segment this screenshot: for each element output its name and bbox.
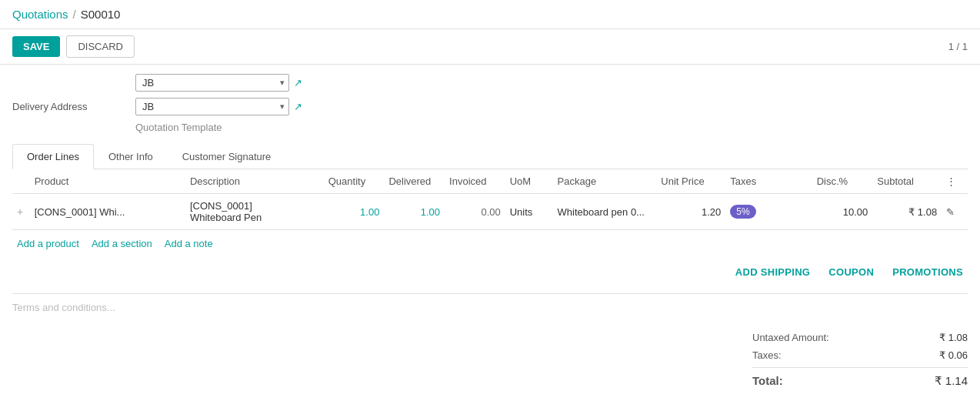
row-handle[interactable]: +	[12, 194, 30, 230]
pagination: 1 / 1	[948, 41, 968, 52]
breadcrumb-separator: /	[73, 8, 76, 21]
row-uom: Units	[505, 194, 553, 230]
row-taxes[interactable]: 5%	[725, 194, 812, 230]
untaxed-label: Untaxed Amount:	[752, 332, 829, 343]
row-description[interactable]: [CONS_0001] Whiteboard Pen	[185, 194, 324, 230]
add-note-link[interactable]: Add a note	[165, 238, 213, 249]
tab-other-info[interactable]: Other Info	[94, 144, 168, 169]
untaxed-value: ₹ 1.08	[939, 332, 968, 343]
drag-handle-icon: +	[17, 206, 23, 218]
th-quantity: Quantity	[324, 169, 385, 194]
delivery-address-label: Delivery Address	[12, 101, 135, 112]
order-lines-table: Product Description Quantity Delivered I…	[12, 169, 968, 230]
unit-price-value: 1.20	[702, 206, 721, 218]
row-unit-price[interactable]: 1.20	[656, 194, 725, 230]
th-disc: Disc.%	[812, 169, 873, 194]
untaxed-amount-row: Untaxed Amount: ₹ 1.08	[752, 329, 968, 346]
subtotal-value: ₹ 1.08	[908, 206, 937, 218]
th-package: Package	[553, 169, 657, 194]
footer-actions: ADD SHIPPING COUPON PROMOTIONS	[12, 257, 968, 287]
th-invoiced: Invoiced	[445, 169, 505, 194]
customer-row: JB ↗	[12, 74, 968, 92]
add-section-link[interactable]: Add a section	[92, 238, 152, 249]
total-value: ₹ 1.14	[935, 374, 968, 388]
quantity-value: 1.00	[360, 206, 379, 218]
tabs: Order Lines Other Info Customer Signatur…	[12, 144, 968, 169]
terms-placeholder[interactable]: Terms and conditions...	[12, 302, 115, 313]
main-content: Order Lines Other Info Customer Signatur…	[0, 144, 980, 411]
taxes-row: Taxes: ₹ 0.06	[752, 346, 968, 364]
totals-table: Untaxed Amount: ₹ 1.08 Taxes: ₹ 0.06 Tot…	[752, 329, 968, 391]
tax-badge: 5%	[730, 205, 755, 219]
disc-value: 10.00	[843, 206, 868, 218]
th-action: ⋮	[942, 169, 968, 194]
row-disc[interactable]: 10.00	[812, 194, 873, 230]
delivery-select-wrapper: JB	[135, 98, 289, 115]
th-product: Product	[30, 169, 185, 194]
toolbar: SAVE DISCARD 1 / 1	[0, 29, 980, 65]
top-bar: Quotations / S00010	[0, 0, 980, 29]
quotation-template-label: Quotation Template	[12, 122, 968, 133]
breadcrumb: Quotations / S00010	[12, 8, 120, 21]
taxes-label: Taxes:	[752, 349, 782, 361]
promotions-link[interactable]: PROMOTIONS	[892, 266, 963, 278]
breadcrumb-parent[interactable]: Quotations	[12, 8, 68, 21]
product-value: [CONS_0001] Whi...	[35, 206, 125, 218]
tab-customer-signature[interactable]: Customer Signature	[168, 144, 286, 169]
totals-section: Untaxed Amount: ₹ 1.08 Taxes: ₹ 0.06 Tot…	[12, 321, 968, 399]
table-row: + [CONS_0001] Whi... [CONS_0001] Whitebo…	[12, 194, 968, 230]
taxes-value: ₹ 0.06	[939, 349, 968, 361]
save-button[interactable]: SAVE	[12, 36, 60, 57]
total-label: Total:	[752, 374, 783, 388]
coupon-link[interactable]: COUPON	[828, 266, 874, 278]
th-handle	[12, 169, 30, 194]
row-invoiced: 0.00	[445, 194, 505, 230]
th-unit-price: Unit Price	[656, 169, 725, 194]
th-uom: UoM	[505, 169, 553, 194]
desc-line2: Whiteboard Pen	[190, 212, 319, 223]
customer-select[interactable]: JB	[135, 74, 289, 92]
desc-line1: [CONS_0001]	[190, 200, 319, 212]
customer-select-wrapper: JB	[135, 74, 289, 92]
tab-order-lines[interactable]: Order Lines	[12, 144, 94, 169]
th-taxes: Taxes	[725, 169, 812, 194]
customer-external-link-icon[interactable]: ↗	[294, 77, 302, 89]
delivery-address-row: Delivery Address JB ↗	[12, 98, 968, 115]
row-action[interactable]: ✎	[942, 194, 968, 230]
delivered-value: 1.00	[421, 206, 440, 218]
row-package: Whiteboard pen 0...	[553, 194, 657, 230]
customer-value-wrapper: JB ↗	[135, 74, 302, 92]
total-row: Total: ₹ 1.14	[752, 367, 968, 391]
uom-value: Units	[510, 206, 533, 218]
form-body: JB ↗ Delivery Address JB ↗ Quotation Tem…	[0, 65, 980, 133]
row-quantity[interactable]: 1.00	[324, 194, 385, 230]
th-subtotal: Subtotal	[872, 169, 942, 194]
th-description: Description	[185, 169, 324, 194]
package-value: Whiteboard pen 0...	[558, 206, 645, 218]
row-delivered[interactable]: 1.00	[384, 194, 445, 230]
row-edit-icon[interactable]: ✎	[946, 206, 955, 218]
row-product[interactable]: [CONS_0001] Whi...	[30, 194, 185, 230]
delivery-address-external-link-icon[interactable]: ↗	[294, 101, 302, 112]
th-delivered: Delivered	[384, 169, 445, 194]
invoiced-value: 0.00	[481, 206, 500, 218]
breadcrumb-current: S00010	[81, 8, 121, 21]
add-links: Add a product Add a section Add a note	[12, 230, 968, 257]
row-subtotal: ₹ 1.08	[872, 194, 942, 230]
delivery-address-select[interactable]: JB	[135, 98, 289, 115]
add-shipping-link[interactable]: ADD SHIPPING	[735, 266, 811, 278]
terms-area: Terms and conditions...	[12, 293, 968, 321]
discard-button[interactable]: DISCARD	[66, 35, 135, 58]
delivery-address-value-wrapper: JB ↗	[135, 98, 302, 115]
add-product-link[interactable]: Add a product	[17, 238, 79, 249]
